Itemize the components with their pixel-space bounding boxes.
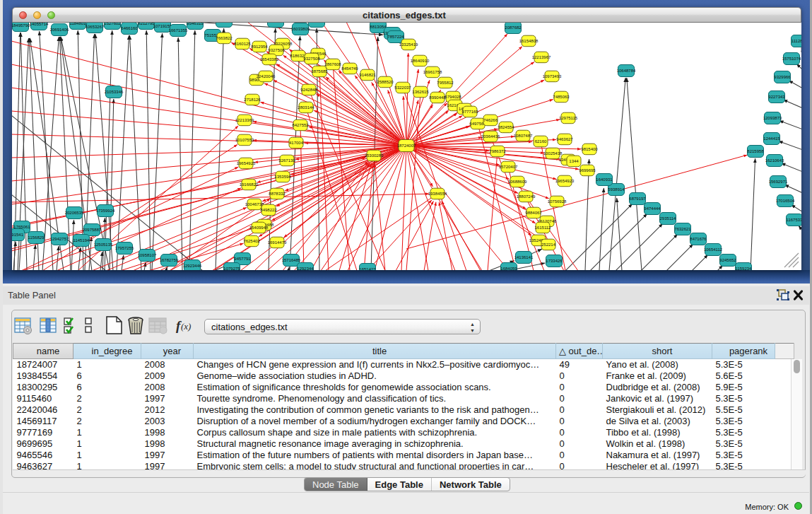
svg-text:9699695: 9699695 bbox=[579, 168, 596, 173]
svg-text:7632621: 7632621 bbox=[674, 227, 691, 231]
svg-text:8427552: 8427552 bbox=[292, 123, 309, 127]
svg-text:18495790: 18495790 bbox=[12, 23, 30, 28]
svg-text:8160125: 8160125 bbox=[234, 42, 251, 46]
svg-text:1112803: 1112803 bbox=[792, 39, 801, 43]
svg-text:15751074: 15751074 bbox=[782, 57, 801, 61]
svg-text:9815400: 9815400 bbox=[581, 147, 598, 151]
svg-text:9777169: 9777169 bbox=[461, 110, 478, 114]
svg-text:8912954: 8912954 bbox=[251, 45, 268, 49]
svg-text:5938914: 5938914 bbox=[608, 187, 625, 192]
svg-text:18640910: 18640910 bbox=[411, 59, 430, 63]
svg-text:16961758: 16961758 bbox=[423, 70, 442, 74]
svg-text:16914479: 16914479 bbox=[268, 240, 287, 245]
svg-text:1292344: 1292344 bbox=[297, 267, 314, 270]
svg-text:16671355: 16671355 bbox=[169, 28, 188, 33]
svg-text:19384554: 19384554 bbox=[428, 192, 447, 196]
svg-text:12093873: 12093873 bbox=[763, 116, 782, 120]
svg-text:1615112: 1615112 bbox=[535, 226, 552, 230]
svg-text:7986372: 7986372 bbox=[489, 149, 506, 153]
svg-text:1184801: 1184801 bbox=[70, 23, 87, 25]
svg-text:8663822: 8663822 bbox=[216, 23, 233, 23]
svg-text:6879197: 6879197 bbox=[629, 197, 646, 201]
svg-text:10756928: 10756928 bbox=[548, 199, 567, 204]
svg-text:12923446: 12923446 bbox=[183, 264, 202, 268]
svg-text:8454749: 8454749 bbox=[341, 66, 358, 71]
svg-text:1651427: 1651427 bbox=[359, 267, 376, 270]
svg-text:18724007: 18724007 bbox=[397, 144, 416, 148]
svg-text:1145194: 1145194 bbox=[73, 238, 90, 243]
svg-text:14055714: 14055714 bbox=[30, 23, 49, 26]
svg-text:3824554: 3824554 bbox=[498, 125, 514, 129]
svg-text:12505135: 12505135 bbox=[94, 243, 113, 247]
svg-text:6794028: 6794028 bbox=[445, 95, 461, 99]
svg-text:14136141: 14136141 bbox=[514, 255, 534, 259]
svg-text:1684059: 1684059 bbox=[500, 267, 517, 270]
svg-text:6466160: 6466160 bbox=[121, 26, 138, 30]
svg-text:9146821: 9146821 bbox=[359, 73, 376, 77]
svg-text:20206535: 20206535 bbox=[65, 211, 84, 215]
svg-text:16543382: 16543382 bbox=[260, 57, 279, 62]
svg-text:3267130: 3267130 bbox=[278, 158, 295, 163]
svg-text:1733426: 1733426 bbox=[546, 259, 563, 263]
svg-text:9327506: 9327506 bbox=[268, 48, 285, 52]
svg-text:18807249: 18807249 bbox=[517, 194, 536, 199]
svg-text:9245652: 9245652 bbox=[719, 258, 736, 262]
svg-text:9327508: 9327508 bbox=[303, 57, 320, 61]
svg-text:9457791: 9457791 bbox=[234, 257, 251, 261]
svg-text:20364436: 20364436 bbox=[481, 134, 500, 139]
svg-text:1362615: 1362615 bbox=[412, 90, 429, 94]
svg-text:2867608: 2867608 bbox=[324, 62, 341, 66]
svg-text:12213369: 12213369 bbox=[235, 118, 254, 122]
svg-text:2935114: 2935114 bbox=[660, 216, 677, 221]
svg-text:7857224: 7857224 bbox=[387, 35, 404, 39]
svg-text:10653267: 10653267 bbox=[86, 25, 105, 29]
svg-text:(x): (x) bbox=[181, 321, 191, 332]
svg-text:1640931: 1640931 bbox=[596, 177, 613, 182]
svg-text:12975115: 12975115 bbox=[559, 116, 578, 120]
svg-text:13325419: 13325419 bbox=[399, 42, 418, 47]
svg-text:19166822: 19166822 bbox=[240, 182, 259, 187]
svg-text:10807487: 10807487 bbox=[514, 134, 533, 138]
svg-text:15692971: 15692971 bbox=[769, 180, 788, 184]
svg-text:9884067: 9884067 bbox=[525, 211, 542, 215]
svg-text:2718126: 2718126 bbox=[244, 98, 261, 102]
svg-text:10654112: 10654112 bbox=[704, 247, 723, 252]
svg-text:7663822: 7663822 bbox=[216, 36, 233, 40]
svg-text:15720407: 15720407 bbox=[499, 165, 518, 169]
svg-text:9227343: 9227343 bbox=[768, 95, 785, 99]
svg-text:7955812: 7955812 bbox=[437, 81, 454, 85]
svg-text:10958107: 10958107 bbox=[138, 253, 157, 257]
svg-text:2803144: 2803144 bbox=[298, 105, 314, 110]
svg-text:16033809: 16033809 bbox=[291, 27, 310, 31]
svg-text:1167533: 1167533 bbox=[787, 218, 801, 222]
svg-text:20975887: 20975887 bbox=[83, 228, 102, 232]
svg-text:9463627: 9463627 bbox=[556, 137, 573, 141]
svg-text:1156829: 1156829 bbox=[28, 235, 45, 240]
svg-text:12213967: 12213967 bbox=[532, 55, 551, 59]
svg-text:9546315: 9546315 bbox=[187, 23, 204, 25]
svg-text:10688609: 10688609 bbox=[508, 180, 527, 184]
svg-text:2588520: 2588520 bbox=[377, 80, 394, 84]
svg-text:1244415: 1244415 bbox=[763, 136, 780, 141]
svg-text:20691406: 20691406 bbox=[50, 28, 69, 32]
svg-text:8813054: 8813054 bbox=[370, 25, 387, 29]
svg-text:1803563: 1803563 bbox=[308, 23, 325, 23]
svg-text:8878332: 8878332 bbox=[269, 192, 286, 196]
svg-text:1079275: 1079275 bbox=[223, 267, 240, 270]
svg-text:1344: 1344 bbox=[569, 159, 579, 163]
svg-text:16033809: 16033809 bbox=[266, 23, 286, 23]
svg-text:17957255: 17957255 bbox=[115, 246, 134, 250]
svg-text:19654925: 19654925 bbox=[237, 161, 256, 165]
svg-text:8471676: 8471676 bbox=[690, 237, 707, 241]
svg-text:10107553: 10107553 bbox=[235, 138, 254, 142]
svg-text:1353594: 1353594 bbox=[274, 175, 291, 179]
svg-text:10046738: 10046738 bbox=[245, 202, 264, 206]
svg-text:19654923: 19654923 bbox=[555, 179, 575, 183]
svg-text:252214: 252214 bbox=[541, 243, 556, 247]
svg-text:746266: 746266 bbox=[483, 118, 498, 122]
svg-text:391541: 391541 bbox=[12, 233, 24, 237]
svg-text:1527602: 1527602 bbox=[104, 23, 121, 25]
svg-text:16782759: 16782759 bbox=[160, 258, 179, 262]
svg-text:16154808: 16154808 bbox=[519, 39, 539, 43]
svg-text:7485063: 7485063 bbox=[553, 95, 570, 99]
